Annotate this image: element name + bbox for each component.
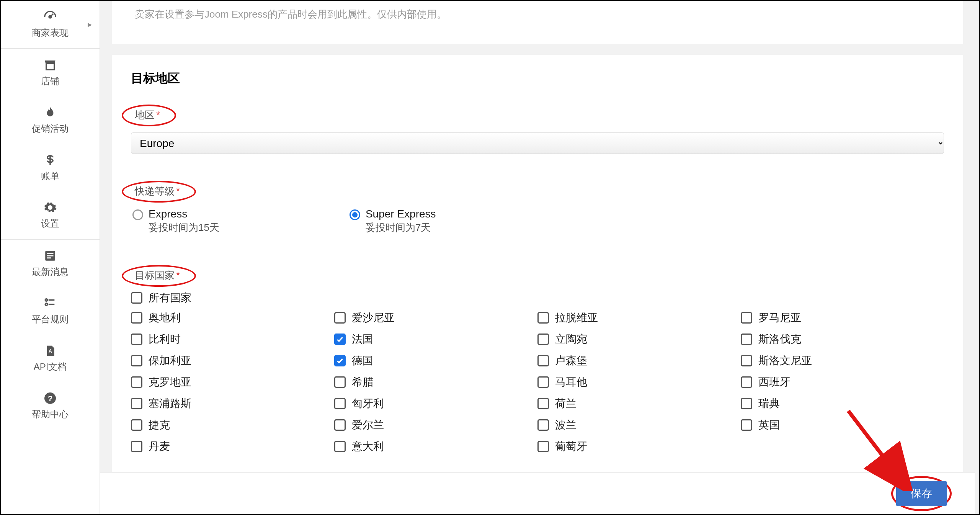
checkbox-country[interactable]: 斯洛文尼亚 xyxy=(741,353,944,368)
checkbox-icon xyxy=(131,312,142,324)
countries-label: 目标国家* xyxy=(135,270,180,281)
radio-icon xyxy=(350,209,360,220)
checkbox-country[interactable]: 爱沙尼亚 xyxy=(334,311,537,325)
target-region-panel: 目标地区 地区* Europe 快递等级* xyxy=(112,55,963,472)
checkbox-country[interactable]: 捷克 xyxy=(131,418,334,432)
checkbox-country[interactable]: 罗马尼亚 xyxy=(741,311,944,325)
checkbox-country[interactable]: 波兰 xyxy=(537,418,741,432)
required-marker: * xyxy=(156,109,160,121)
annotation-circle-delivery: 快递等级* xyxy=(122,181,196,203)
checkbox-icon xyxy=(334,441,346,452)
checkbox-icon xyxy=(334,398,346,409)
checkbox-icon xyxy=(537,419,549,431)
checkbox-country[interactable]: 奥地利 xyxy=(131,311,334,325)
sidebar-item-flame[interactable]: 促销活动 xyxy=(1,96,100,144)
svg-text:?: ? xyxy=(48,394,53,403)
checkbox-label: 葡萄牙 xyxy=(555,439,587,454)
checkbox-country[interactable]: 意大利 xyxy=(334,439,537,454)
checkbox-icon xyxy=(131,334,142,345)
radio-option-express[interactable]: Express妥投时间为15天 xyxy=(132,208,219,234)
checkbox-icon xyxy=(131,376,142,388)
checkbox-label: 塞浦路斯 xyxy=(149,396,191,411)
radio-title: Super Express xyxy=(366,208,436,220)
dollar-icon xyxy=(42,152,58,168)
checkbox-label: 荷兰 xyxy=(555,396,577,411)
checkbox-country[interactable]: 比利时 xyxy=(131,332,334,347)
checkbox-country[interactable]: 法国 xyxy=(334,332,537,347)
checkbox-icon xyxy=(334,334,346,345)
checkbox-country[interactable]: 爱尔兰 xyxy=(334,418,537,432)
checkbox-label: 立陶宛 xyxy=(555,332,587,347)
region-label: 地区* xyxy=(135,109,160,121)
sidebar-item-rules[interactable]: 平台规则 xyxy=(1,287,100,335)
checkbox-icon xyxy=(334,355,346,366)
checkbox-country[interactable]: 立陶宛 xyxy=(537,332,741,347)
annotation-circle-countries: 目标国家* xyxy=(122,265,196,287)
checkbox-country[interactable]: 希腊 xyxy=(334,375,537,389)
radio-icon xyxy=(132,209,143,220)
rules-icon xyxy=(42,296,58,311)
checkbox-country[interactable]: 匈牙利 xyxy=(334,396,537,411)
checkbox-country[interactable]: 荷兰 xyxy=(537,396,741,411)
checkbox-icon xyxy=(537,355,549,366)
delivery-field: 快递等级* Express妥投时间为15天Super Express妥投时间为7… xyxy=(131,181,944,234)
region-select[interactable]: Europe xyxy=(131,132,944,154)
sidebar-item-news[interactable]: 最新消息 xyxy=(1,240,100,287)
delivery-label: 快递等级* xyxy=(135,185,180,197)
info-text: 卖家在设置参与Joom Express的产品时会用到此属性。仅供内部使用。 xyxy=(135,8,940,21)
country-column: 爱沙尼亚法国德国希腊匈牙利爱尔兰意大利 xyxy=(334,311,537,454)
checkbox-label: 奥地利 xyxy=(149,311,181,325)
checkbox-country[interactable]: 卢森堡 xyxy=(537,353,741,368)
checkbox-icon xyxy=(537,376,549,388)
store-icon xyxy=(42,57,58,73)
svg-rect-6 xyxy=(47,257,51,258)
sidebar-item-dollar[interactable]: 账单 xyxy=(1,144,100,191)
checkbox-country[interactable]: 保加利亚 xyxy=(131,353,334,368)
checkbox-icon xyxy=(741,419,752,431)
checkbox-country[interactable]: 西班牙 xyxy=(741,375,944,389)
checkbox-label: 比利时 xyxy=(149,332,181,347)
region-field: 地区* Europe xyxy=(131,105,944,154)
checkbox-country[interactable]: 克罗地亚 xyxy=(131,375,334,389)
checkbox-country[interactable]: 葡萄牙 xyxy=(537,439,741,454)
svg-point-7 xyxy=(45,299,47,301)
save-button[interactable]: 保存 xyxy=(896,481,947,506)
sidebar-item-file[interactable]: AAPI文档 xyxy=(1,335,100,382)
checkbox-country[interactable]: 斯洛伐克 xyxy=(741,332,944,347)
gauge-icon xyxy=(42,9,58,25)
delivery-label-text: 快递等级 xyxy=(135,185,175,197)
checkbox-label: 爱尔兰 xyxy=(352,418,384,432)
radio-option-super_express[interactable]: Super Express妥投时间为7天 xyxy=(350,208,436,234)
country-column: 罗马尼亚斯洛伐克斯洛文尼亚西班牙瑞典英国 xyxy=(741,311,944,454)
news-icon xyxy=(42,248,58,263)
checkbox-country[interactable]: 马耳他 xyxy=(537,375,741,389)
checkbox-label: 斯洛伐克 xyxy=(758,332,801,347)
checkbox-country[interactable]: 德国 xyxy=(334,353,537,368)
checkbox-icon xyxy=(334,312,346,324)
checkbox-label: 捷克 xyxy=(149,418,170,432)
checkbox-label: 德国 xyxy=(352,353,373,368)
svg-point-9 xyxy=(45,303,47,306)
checkbox-icon xyxy=(741,355,752,366)
checkbox-icon xyxy=(131,398,142,409)
country-grid: 所有国家 奥地利比利时保加利亚克罗地亚塞浦路斯捷克丹麦爱沙尼亚法国德国希腊匈牙利… xyxy=(131,291,944,454)
sidebar-item-gear[interactable]: 设置 xyxy=(1,191,100,239)
sidebar-item-store[interactable]: 店铺 xyxy=(1,49,100,96)
gear-icon xyxy=(42,200,58,215)
sidebar-item-gauge[interactable]: 商家表现▸ xyxy=(1,1,100,48)
sidebar-item-help[interactable]: ?帮助中心 xyxy=(1,382,100,430)
checkbox-label: 斯洛文尼亚 xyxy=(758,353,812,368)
checkbox-country[interactable]: 英国 xyxy=(741,418,944,432)
svg-rect-5 xyxy=(47,255,54,257)
checkbox-country[interactable]: 瑞典 xyxy=(741,396,944,411)
checkbox-label: 丹麦 xyxy=(149,439,170,454)
checkbox-icon xyxy=(537,398,549,409)
checkbox-label: 希腊 xyxy=(352,375,373,389)
checkbox-country[interactable]: 拉脱维亚 xyxy=(537,311,741,325)
required-marker: * xyxy=(176,185,180,197)
checkbox-country[interactable]: 丹麦 xyxy=(131,439,334,454)
checkbox-label: 克罗地亚 xyxy=(149,375,191,389)
footer-bar: 保存 xyxy=(100,472,975,514)
checkbox-all-countries[interactable]: 所有国家 xyxy=(131,291,944,305)
checkbox-country[interactable]: 塞浦路斯 xyxy=(131,396,334,411)
